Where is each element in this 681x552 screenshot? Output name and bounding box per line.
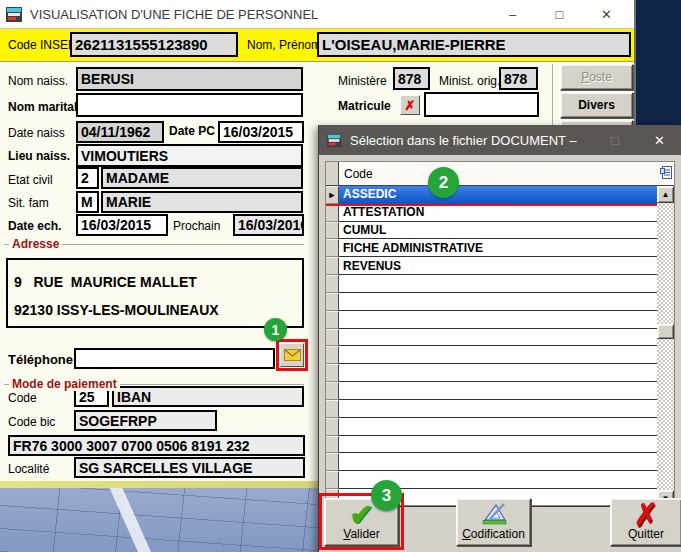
nom-prenom-label: Nom, Prénom (247, 38, 321, 52)
list-item-empty[interactable] (326, 436, 657, 454)
annotation-step-3: 3 (371, 480, 402, 511)
dialog-close-icon[interactable]: ✕ (637, 125, 681, 155)
code-bic-label: Code bic (8, 415, 55, 429)
codification-button[interactable]: Codification (456, 498, 531, 546)
codification-button-label: Codification (462, 527, 525, 541)
close-icon[interactable]: ✕ (583, 0, 630, 29)
row-selector-cell[interactable] (326, 346, 339, 364)
list-item-label (339, 400, 657, 418)
date-ech-label: Date ech. (8, 219, 61, 233)
list-item-empty[interactable] (326, 275, 657, 293)
etat-civil-code-field[interactable]: 2 (76, 167, 99, 189)
list-item-empty[interactable] (326, 329, 657, 347)
adresse-line2: 92130 ISSY-LES-MOULINEAUX (14, 302, 219, 318)
poste-button[interactable]: Poste (560, 64, 633, 90)
dialog-maximize-icon[interactable]: □ (594, 125, 636, 155)
date-ech-field[interactable]: 16/03/2015 (76, 214, 168, 236)
iban-field[interactable]: FR76 3000 3007 0700 0506 8191 232 (8, 435, 305, 456)
envelope-icon (284, 349, 301, 361)
row-selector-cell[interactable]: ► (326, 186, 339, 204)
row-selector-cell[interactable] (326, 471, 339, 489)
list-item[interactable]: CUMUL (326, 222, 657, 240)
main-window-titlebar: VISUALISATION D'UNE FICHE DE PERSONNEL –… (0, 0, 634, 29)
row-selector-cell[interactable] (326, 222, 339, 240)
telephone-label: Téléphone (8, 352, 73, 367)
row-selector-cell[interactable] (326, 453, 339, 471)
row-selector-cell[interactable] (326, 382, 339, 400)
list-item-empty[interactable] (326, 311, 657, 329)
matricule-clear-button[interactable]: ✗ (400, 95, 420, 115)
table-menu-button[interactable] (657, 162, 674, 185)
list-item[interactable]: REVENUS (326, 257, 657, 275)
dialog-app-icon (327, 133, 342, 148)
date-pc-field[interactable]: 16/03/2015 (218, 121, 304, 143)
date-naiss-field[interactable]: 04/11/1962 (76, 121, 164, 143)
code-insee-field[interactable]: 2621131555123890 (70, 32, 238, 57)
list-item[interactable]: ►ASSEDIC (326, 186, 657, 204)
dialog-minimize-icon[interactable]: – (552, 125, 594, 155)
etat-civil-field[interactable]: MADAME (101, 167, 303, 189)
row-selector-cell[interactable] (326, 204, 339, 222)
row-selector-cell[interactable] (326, 329, 339, 347)
sit-fam-code-field[interactable]: M (76, 191, 99, 213)
adresse-box[interactable]: 9 RUE MAURICE MALLET 92130 ISSY-LES-MOUL… (6, 258, 304, 328)
list-item-label (339, 311, 657, 329)
minist-orig-field[interactable]: 878 (499, 67, 538, 90)
nom-prenom-field[interactable]: L'OISEAU,MARIE-PIERRE (317, 32, 631, 57)
row-selector-cell[interactable] (326, 364, 339, 382)
ministere-field[interactable]: 878 (393, 67, 430, 90)
list-item-empty[interactable] (326, 382, 657, 400)
header-selector-cell (326, 162, 339, 185)
annotation-step-1: 1 (264, 318, 287, 341)
list-item-label (339, 382, 657, 400)
list-item-empty[interactable] (326, 346, 657, 364)
row-selector-cell[interactable] (326, 239, 339, 257)
list-item-empty[interactable] (326, 453, 657, 471)
row-selector-cell[interactable] (326, 311, 339, 329)
row-selector-cell[interactable] (326, 418, 339, 436)
dialog-titlebar: Sélection dans le fichier DOCUMENT – □ ✕ (319, 125, 681, 155)
list-item-label (339, 418, 657, 436)
scroll-up-icon[interactable]: ▲ (657, 186, 674, 203)
code-bic-field[interactable]: SOGEFRPP (74, 410, 217, 431)
list-item-label: ASSEDIC (339, 186, 657, 204)
row-selector-cell[interactable] (326, 257, 339, 275)
scrollbar-thumb[interactable] (657, 324, 674, 339)
paiement-type-field[interactable]: IBAN (112, 386, 304, 407)
list-item[interactable]: FICHE ADMINISTRATIVE (326, 239, 657, 257)
list-item[interactable]: ATTESTATION (326, 204, 657, 222)
prochain-field[interactable]: 16/03/2016 (233, 214, 304, 236)
localite-label: Localité (8, 462, 49, 476)
nom-marital-field[interactable] (76, 93, 303, 117)
quitter-button[interactable]: ✗ Quitter (610, 498, 681, 546)
maximize-icon[interactable]: □ (536, 0, 583, 29)
list-item-empty[interactable] (326, 364, 657, 382)
matricule-field[interactable] (424, 92, 539, 117)
document-list-header[interactable]: Code (326, 162, 674, 186)
adresse-line1: 9 RUE MAURICE MALLET (14, 274, 197, 290)
list-item-empty[interactable] (326, 293, 657, 311)
nom-naiss-field[interactable]: BERUSI (76, 67, 303, 91)
row-selector-cell[interactable] (326, 275, 339, 293)
lieu-naiss-field[interactable]: VIMOUTIERS (76, 144, 303, 167)
minimize-icon[interactable]: – (489, 0, 536, 29)
list-item-empty[interactable] (326, 400, 657, 418)
sit-fam-field[interactable]: MARIE (101, 191, 303, 213)
divers-button-label: Divers (578, 98, 615, 112)
row-selector-cell[interactable] (326, 293, 339, 311)
localite-field[interactable]: SG SARCELLES VILLAGE (74, 457, 305, 478)
telephone-field[interactable] (74, 348, 275, 369)
list-item-empty[interactable] (326, 418, 657, 436)
list-scrollbar[interactable]: ▲ ▼ (657, 186, 674, 507)
lieu-naiss-label: Lieu naiss. (8, 149, 70, 163)
poste-button-label: Poste (581, 70, 612, 84)
list-item-label (339, 453, 657, 471)
send-mail-button[interactable] (280, 343, 304, 367)
row-selector-cell[interactable] (326, 400, 339, 418)
nom-marital-label: Nom marital (8, 100, 77, 114)
row-selector-cell[interactable] (326, 436, 339, 454)
minist-orig-label: Minist. orig. (439, 74, 500, 88)
adresse-section-label: Adresse (9, 237, 62, 251)
quit-x-icon: ✗ (611, 499, 681, 531)
divers-button[interactable]: Divers (560, 92, 633, 118)
